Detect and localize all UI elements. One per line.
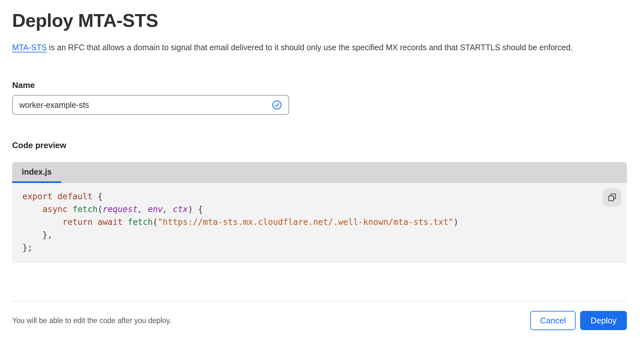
intro-text: is an RFC that allows a domain to signal… <box>47 43 573 52</box>
copy-icon <box>607 193 617 202</box>
code-preview-card: index.js export default { async fetch(re… <box>12 162 627 263</box>
code-line: async fetch(request, env, ctx) { <box>22 203 627 216</box>
code-line: }; <box>22 241 627 254</box>
deploy-mta-sts-page: Deploy MTA-STS MTA-STS is an RFC that al… <box>0 11 640 330</box>
name-input-wrap <box>12 95 289 115</box>
check-circle-icon <box>272 100 282 110</box>
footer: You will be able to edit the code after … <box>12 311 627 330</box>
cancel-button[interactable]: Cancel <box>530 311 576 330</box>
page-title: Deploy MTA-STS <box>12 11 627 30</box>
footer-divider <box>12 301 627 301</box>
tab-label: index.js <box>22 167 52 177</box>
intro-paragraph: MTA-STS is an RFC that allows a domain t… <box>12 40 617 55</box>
mta-sts-link[interactable]: MTA-STS <box>12 43 47 52</box>
footer-actions: Cancel Deploy <box>530 311 627 330</box>
name-label: Name <box>12 80 627 90</box>
footer-note: You will be able to edit the code after … <box>12 316 171 325</box>
code-editor-preview: export default { async fetch(request, en… <box>12 183 627 263</box>
deploy-button[interactable]: Deploy <box>580 311 627 330</box>
code-lines: export default { async fetch(request, en… <box>22 190 627 254</box>
worker-name-input[interactable] <box>13 96 288 114</box>
tab-index-js[interactable]: index.js <box>12 162 61 183</box>
code-line: }, <box>22 228 627 241</box>
code-line: return await fetch("https://mta-sts.mx.c… <box>22 216 627 228</box>
code-preview-label: Code preview <box>12 140 627 150</box>
code-line: export default { <box>22 190 627 203</box>
copy-code-button[interactable] <box>603 188 621 207</box>
code-tabbar: index.js <box>12 162 627 183</box>
